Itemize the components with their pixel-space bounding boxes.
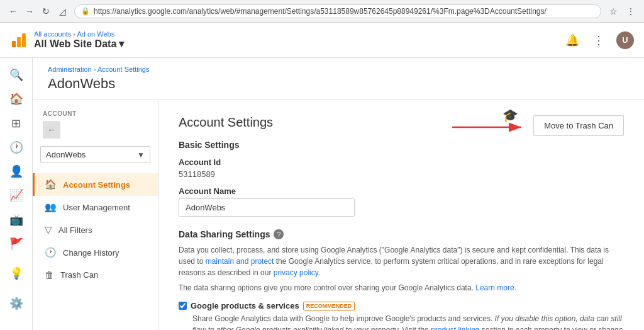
account-dropdown-text: AdonWebs (46, 150, 137, 159)
svg-rect-2 (22, 33, 26, 47)
brand-dropdown-arrow: ▾ (119, 38, 124, 50)
brand-title[interactable]: All Web Site Data ▾ (34, 38, 124, 50)
home-nav-button[interactable]: ◿ (55, 4, 69, 18)
account-dropdown-arrow: ▼ (137, 151, 145, 159)
nav-buttons: ← → ↻ ◿ (6, 4, 69, 18)
page-title: AdonWebs (48, 76, 629, 100)
nav-display-button[interactable]: 📺 (3, 209, 30, 230)
nav-search-button[interactable]: 🔍 (3, 64, 30, 86)
brand-title-text: All Web Site Data (34, 38, 116, 50)
sidebar-item-all-filters[interactable]: ▽ All Filters (33, 219, 158, 241)
nav-flag-button[interactable]: 🚩 (3, 233, 30, 254)
brand-breadcrumb: All accounts › Ad on Webs (34, 30, 124, 38)
browser-actions: ☆ ⋮ (606, 4, 638, 18)
account-section-label: ACCOUNT (33, 110, 158, 121)
graduation-cap-icon: 🎓 (502, 108, 518, 123)
google-products-desc: Share Google Analytics data with Google … (192, 313, 624, 330)
avatar[interactable]: U (616, 31, 634, 49)
browser-chrome: ← → ↻ ◿ 🔒 https://analytics.google.com/a… (0, 0, 644, 23)
nav-lightbulb-button[interactable]: 💡 (3, 259, 30, 287)
brand-info: All accounts › Ad on Webs All Web Site D… (34, 30, 124, 50)
account-id-value: 53118589 (179, 169, 624, 179)
menu-button[interactable]: ⋮ (624, 4, 638, 18)
nav-grid-button[interactable]: ⊞ (3, 113, 30, 134)
sidebar-item-account-settings[interactable]: 🏠 Account Settings (33, 173, 158, 196)
account-settings-icon: 🏠 (45, 179, 57, 190)
user-management-label: User Management (63, 203, 130, 212)
lock-icon: 🔒 (81, 7, 90, 15)
svg-rect-1 (17, 37, 21, 47)
url-bar[interactable]: 🔒 https://analytics.google.com/analytics… (74, 4, 601, 18)
all-accounts-link[interactable]: All accounts (34, 30, 71, 38)
basic-settings-title: Basic Settings (179, 140, 624, 150)
account-id-label: Account Id (179, 157, 624, 167)
sidebar-item-change-history[interactable]: 🕐 Change History (33, 241, 158, 264)
data-sharing-desc: Data you collect, process, and store usi… (179, 244, 624, 278)
settings-main: 🎓 Move to Trash Can Account Settings (158, 100, 644, 330)
left-nav: 🔍 🏠 ⊞ 🕐 👤 📈 📺 🚩 💡 ⚙️ (0, 58, 33, 330)
top-bar: All accounts › Ad on Webs All Web Site D… (0, 23, 644, 58)
product-linking-link[interactable]: product linking (431, 326, 479, 330)
user-management-icon: 👥 (45, 202, 57, 213)
main-area: 🔍 🏠 ⊞ 🕐 👤 📈 📺 🚩 💡 ⚙️ Administration › Ac… (0, 58, 644, 330)
ad-on-webs-link[interactable]: Ad on Webs (77, 30, 114, 38)
notifications-button[interactable]: 🔔 (564, 31, 581, 49)
account-settings-label: Account Settings (63, 180, 130, 190)
learn-more-link[interactable]: Learn more. (475, 283, 516, 292)
google-products-badge: RECOMMENDED (303, 302, 355, 310)
reload-button[interactable]: ↻ (39, 4, 53, 18)
nav-settings-button[interactable]: ⚙️ (3, 290, 30, 317)
more-options-button[interactable]: ⋮ (590, 31, 608, 49)
top-bar-right: 🔔 ⋮ U (564, 31, 634, 49)
back-button[interactable]: ← (6, 4, 20, 18)
bookmark-button[interactable]: ☆ (606, 4, 620, 18)
inner-layout: ACCOUNT ← AdonWebs ▼ 🏠 Account Settings … (33, 100, 644, 330)
data-sharing-header: Data Sharing Settings ? (179, 229, 624, 239)
url-text: https://analytics.google.com/analytics/w… (94, 7, 547, 16)
checkbox-google-products-label: Google products & services RECOMMENDED (179, 301, 624, 310)
help-icon[interactable]: ? (274, 229, 284, 239)
change-history-label: Change History (63, 248, 119, 258)
page-breadcrumb: Administration › Account Settings (48, 65, 629, 73)
sidebar-item-user-management[interactable]: 👥 User Management (33, 196, 158, 219)
nav-clock-button[interactable]: 🕐 (3, 137, 30, 158)
forward-button[interactable]: → (23, 4, 36, 18)
nav-home-button[interactable]: 🏠 (3, 88, 30, 110)
ga-logo (10, 31, 28, 49)
account-name-input[interactable] (179, 198, 355, 217)
settings-breadcrumb-link[interactable]: Account Settings (97, 65, 150, 73)
account-dropdown[interactable]: AdonWebs ▼ (40, 146, 150, 163)
nav-bottom: 💡 ⚙️ (3, 259, 30, 324)
google-products-text: Google products & services (191, 301, 299, 310)
checkbox-google-products-input[interactable] (179, 302, 187, 310)
account-sidebar: ACCOUNT ← AdonWebs ▼ 🏠 Account Settings … (33, 100, 158, 330)
checkbox-google-products: Google products & services RECOMMENDED S… (179, 301, 624, 330)
trash-can-label: Trash Can (60, 270, 98, 280)
top-bar-left: All accounts › Ad on Webs All Web Site D… (10, 30, 124, 50)
svg-rect-0 (12, 41, 16, 47)
all-filters-label: All Filters (58, 225, 92, 235)
sidebar-back-button[interactable]: ← (43, 121, 60, 139)
change-history-icon: 🕐 (45, 247, 57, 258)
nav-person-button[interactable]: 👤 (3, 161, 30, 182)
trash-can-icon: 🗑 (45, 270, 54, 280)
privacy-policy-link[interactable]: privacy policy (274, 268, 318, 277)
admin-link[interactable]: Administration (48, 65, 92, 73)
account-name-label: Account Name (179, 186, 624, 196)
data-sharing-title: Data Sharing Settings (179, 229, 270, 239)
sidebar-item-trash-can[interactable]: 🗑 Trash Can (33, 264, 158, 286)
content-panel: Administration › Account Settings AdonWe… (33, 58, 644, 330)
nav-chart-button[interactable]: 📈 (3, 185, 30, 206)
move-to-trash-button[interactable]: Move to Trash Can (533, 115, 624, 136)
page-header: Administration › Account Settings AdonWe… (33, 58, 644, 100)
data-sharing-note: The data sharing options give you more c… (179, 283, 624, 292)
maintain-protect-link[interactable]: maintain and protect (206, 257, 274, 266)
all-filters-icon: ▽ (45, 224, 52, 236)
app-wrapper: All accounts › Ad on Webs All Web Site D… (0, 23, 644, 330)
